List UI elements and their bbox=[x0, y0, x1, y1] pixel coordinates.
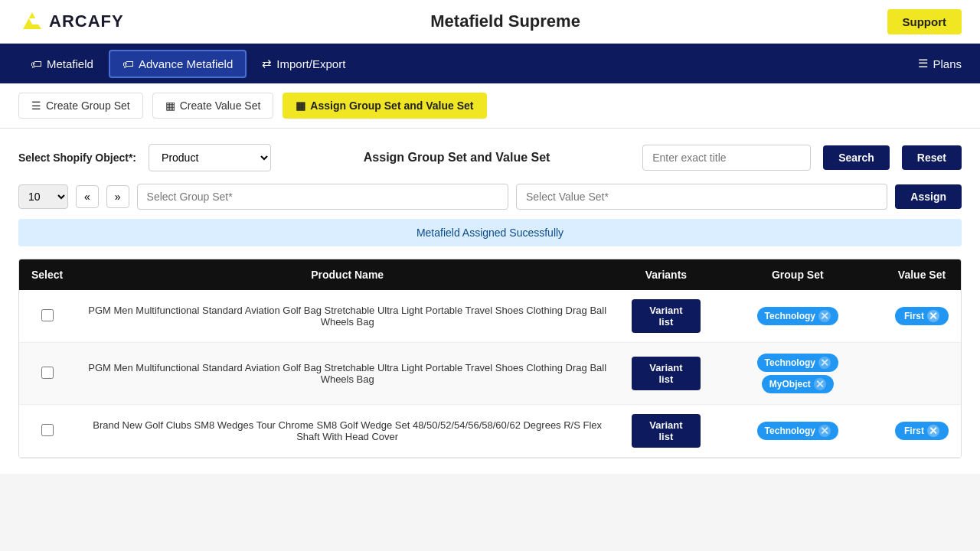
create-group-set-label: Create Group Set bbox=[46, 99, 130, 112]
row-product-name: PGM Men Multifunctional Standard Aviatio… bbox=[75, 290, 619, 343]
col-group-set: Group Set bbox=[713, 259, 883, 290]
app-title: Metafield Supreme bbox=[430, 11, 580, 31]
assign-button[interactable]: Assign bbox=[895, 184, 962, 209]
group-set-badge: Technology ✕ bbox=[757, 307, 838, 325]
row-variant-cell: Variant list bbox=[619, 290, 713, 343]
group-set-badge: Technology ✕ bbox=[757, 422, 838, 440]
variant-list-button[interactable]: Variant list bbox=[632, 299, 701, 333]
row-select-cell bbox=[19, 405, 75, 458]
nav-label-advance-metafield: Advance Metafield bbox=[139, 57, 233, 70]
shopify-object-select[interactable]: Product Collection Customer Order bbox=[149, 144, 271, 171]
row-group-set-cell: Technology ✕ bbox=[713, 290, 883, 343]
nav-item-import-export[interactable]: ⇄ Import/Export bbox=[250, 51, 358, 77]
logo-icon bbox=[18, 8, 46, 35]
grid-icon: ▦ bbox=[165, 99, 175, 112]
success-banner: Metafield Assigned Sucessfully bbox=[18, 219, 962, 246]
variant-list-button[interactable]: Variant list bbox=[632, 414, 701, 448]
nav-label-import-export: Import/Export bbox=[276, 57, 345, 70]
plans-icon: ☰ bbox=[918, 57, 928, 70]
value-set-badge: First ✕ bbox=[895, 422, 949, 440]
row-checkbox-2[interactable] bbox=[41, 424, 54, 436]
create-value-set-button[interactable]: ▦ Create Value Set bbox=[152, 93, 274, 119]
table-row: PGM Men Multifunctional Standard Aviatio… bbox=[19, 290, 961, 343]
remove-group-set-icon[interactable]: ✕ bbox=[818, 425, 831, 437]
create-group-set-button[interactable]: ☰ Create Group Set bbox=[18, 93, 143, 119]
remove-group-set-icon[interactable]: ✕ bbox=[814, 378, 826, 390]
svg-marker-0 bbox=[23, 12, 41, 29]
variant-list-button[interactable]: Variant list bbox=[632, 357, 701, 390]
row-value-set-cell bbox=[883, 343, 961, 405]
col-product-name: Product Name bbox=[75, 259, 619, 290]
row-checkbox-0[interactable] bbox=[41, 309, 54, 321]
row-variant-cell: Variant list bbox=[619, 343, 713, 405]
assign-icon: ▦ bbox=[296, 99, 305, 112]
value-set-badge: First ✕ bbox=[895, 307, 949, 325]
nav-label-metafield: Metafield bbox=[47, 57, 93, 70]
table-header: Select Product Name Variants Group Set V… bbox=[19, 259, 961, 290]
col-variants: Variants bbox=[619, 259, 713, 290]
prev-page-button[interactable]: « bbox=[76, 185, 99, 208]
table-row: Brand New Golf Clubs SM8 Wedges Tour Chr… bbox=[19, 405, 961, 458]
create-value-set-label: Create Value Set bbox=[180, 99, 261, 112]
advance-tag-icon: 🏷 bbox=[122, 57, 134, 70]
page-size-select[interactable]: 5 10 25 50 bbox=[18, 184, 68, 209]
main-content: Select Shopify Object*: Product Collecti… bbox=[0, 129, 980, 474]
row-product-name: PGM Men Multifunctional Standard Aviatio… bbox=[75, 343, 619, 405]
logo: ARCAFY bbox=[18, 8, 124, 35]
row-checkbox-1[interactable] bbox=[41, 367, 54, 379]
remove-group-set-icon[interactable]: ✕ bbox=[818, 310, 831, 322]
products-table-wrapper: Select Product Name Variants Group Set V… bbox=[18, 259, 962, 458]
search-button[interactable]: Search bbox=[823, 145, 890, 170]
nav-item-metafield[interactable]: 🏷 Metafield bbox=[18, 51, 106, 77]
search-input[interactable] bbox=[642, 145, 811, 171]
value-set-input[interactable] bbox=[516, 184, 887, 210]
list-icon: ☰ bbox=[31, 99, 41, 112]
row-group-set-cell: Technology ✕ bbox=[713, 405, 883, 458]
next-page-button[interactable]: » bbox=[106, 185, 129, 208]
group-set-badge: Technology ✕ bbox=[757, 354, 838, 372]
assign-group-set-button[interactable]: ▦ Assign Group Set and Value Set bbox=[283, 93, 486, 119]
row-select-cell bbox=[19, 290, 75, 343]
nav-item-advance-metafield[interactable]: 🏷 Advance Metafield bbox=[109, 50, 247, 78]
products-table: Select Product Name Variants Group Set V… bbox=[19, 259, 961, 458]
logo-text: ARCAFY bbox=[49, 11, 124, 31]
group-set-input[interactable] bbox=[137, 184, 508, 210]
remove-value-set-icon[interactable]: ✕ bbox=[927, 425, 939, 437]
plans-label: Plans bbox=[933, 57, 962, 70]
reset-button[interactable]: Reset bbox=[902, 145, 962, 170]
tag-icon: 🏷 bbox=[31, 57, 42, 70]
plans-button[interactable]: ☰ Plans bbox=[918, 57, 962, 70]
sub-nav: ☰ Create Group Set ▦ Create Value Set ▦ … bbox=[0, 83, 980, 129]
support-button[interactable]: Support bbox=[887, 9, 962, 34]
controls-row-2: 5 10 25 50 « » Assign bbox=[18, 184, 962, 210]
group-set-badge: MyObject ✕ bbox=[762, 375, 834, 393]
section-title: Assign Group Set and Value Set bbox=[283, 151, 630, 165]
row-variant-cell: Variant list bbox=[619, 405, 713, 458]
select-shopify-label: Select Shopify Object*: bbox=[18, 152, 136, 164]
top-bar: ARCAFY Metafield Supreme Support bbox=[0, 0, 980, 44]
import-export-icon: ⇄ bbox=[262, 57, 272, 70]
remove-value-set-icon[interactable]: ✕ bbox=[927, 310, 939, 322]
controls-row-1: Select Shopify Object*: Product Collecti… bbox=[18, 144, 962, 171]
col-value-set: Value Set bbox=[883, 259, 961, 290]
row-select-cell bbox=[19, 343, 75, 405]
row-value-set-cell: First ✕ bbox=[883, 405, 961, 458]
nav-bar: 🏷 Metafield 🏷 Advance Metafield ⇄ Import… bbox=[0, 44, 980, 83]
table-body: PGM Men Multifunctional Standard Aviatio… bbox=[19, 290, 961, 458]
col-select: Select bbox=[19, 259, 75, 290]
table-row: PGM Men Multifunctional Standard Aviatio… bbox=[19, 343, 961, 405]
row-group-set-cell: Technology ✕MyObject ✕ bbox=[713, 343, 883, 405]
remove-group-set-icon[interactable]: ✕ bbox=[818, 357, 831, 369]
assign-group-set-label: Assign Group Set and Value Set bbox=[310, 99, 473, 112]
row-value-set-cell: First ✕ bbox=[883, 290, 961, 343]
row-product-name: Brand New Golf Clubs SM8 Wedges Tour Chr… bbox=[75, 405, 619, 458]
